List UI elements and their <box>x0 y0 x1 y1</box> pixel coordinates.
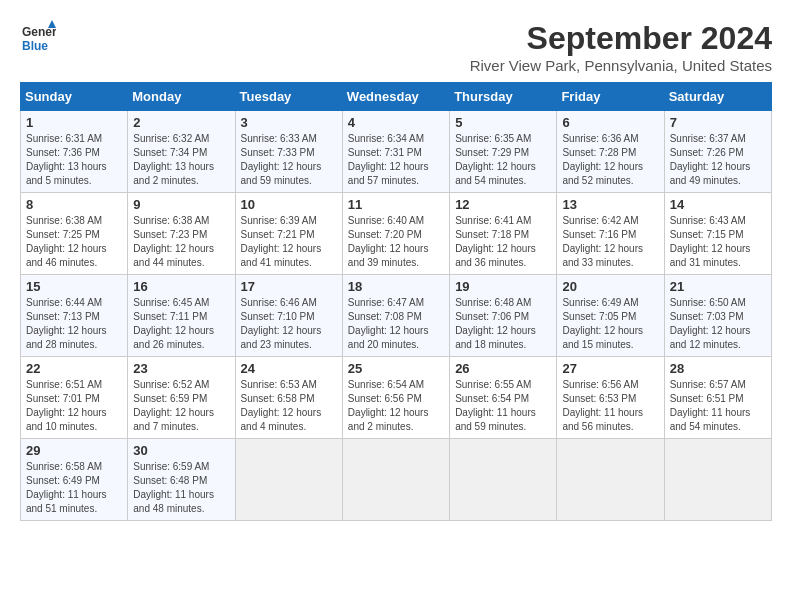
day-info: Sunrise: 6:33 AM Sunset: 7:33 PM Dayligh… <box>241 133 322 186</box>
day-number: 8 <box>26 197 122 212</box>
day-info: Sunrise: 6:37 AM Sunset: 7:26 PM Dayligh… <box>670 133 751 186</box>
day-info: Sunrise: 6:58 AM Sunset: 6:49 PM Dayligh… <box>26 461 107 514</box>
calendar-cell: 25 Sunrise: 6:54 AM Sunset: 6:56 PM Dayl… <box>342 357 449 439</box>
day-number: 7 <box>670 115 766 130</box>
day-number: 29 <box>26 443 122 458</box>
calendar-cell: 20 Sunrise: 6:49 AM Sunset: 7:05 PM Dayl… <box>557 275 664 357</box>
day-info: Sunrise: 6:50 AM Sunset: 7:03 PM Dayligh… <box>670 297 751 350</box>
day-info: Sunrise: 6:52 AM Sunset: 6:59 PM Dayligh… <box>133 379 214 432</box>
day-number: 20 <box>562 279 658 294</box>
day-info: Sunrise: 6:46 AM Sunset: 7:10 PM Dayligh… <box>241 297 322 350</box>
day-info: Sunrise: 6:55 AM Sunset: 6:54 PM Dayligh… <box>455 379 536 432</box>
day-number: 17 <box>241 279 337 294</box>
calendar-cell: 11 Sunrise: 6:40 AM Sunset: 7:20 PM Dayl… <box>342 193 449 275</box>
calendar-cell <box>235 439 342 521</box>
calendar-table: Sunday Monday Tuesday Wednesday Thursday… <box>20 82 772 521</box>
calendar-cell: 12 Sunrise: 6:41 AM Sunset: 7:18 PM Dayl… <box>450 193 557 275</box>
day-info: Sunrise: 6:56 AM Sunset: 6:53 PM Dayligh… <box>562 379 643 432</box>
calendar-cell: 29 Sunrise: 6:58 AM Sunset: 6:49 PM Dayl… <box>21 439 128 521</box>
calendar-cell: 8 Sunrise: 6:38 AM Sunset: 7:25 PM Dayli… <box>21 193 128 275</box>
calendar-cell: 22 Sunrise: 6:51 AM Sunset: 7:01 PM Dayl… <box>21 357 128 439</box>
calendar-subtitle: River View Park, Pennsylvania, United St… <box>470 57 772 74</box>
calendar-cell: 28 Sunrise: 6:57 AM Sunset: 6:51 PM Dayl… <box>664 357 771 439</box>
calendar-cell: 15 Sunrise: 6:44 AM Sunset: 7:13 PM Dayl… <box>21 275 128 357</box>
logo-icon: General Blue <box>20 20 56 56</box>
calendar-cell: 21 Sunrise: 6:50 AM Sunset: 7:03 PM Dayl… <box>664 275 771 357</box>
day-number: 2 <box>133 115 229 130</box>
day-number: 21 <box>670 279 766 294</box>
calendar-cell: 9 Sunrise: 6:38 AM Sunset: 7:23 PM Dayli… <box>128 193 235 275</box>
calendar-cell: 2 Sunrise: 6:32 AM Sunset: 7:34 PM Dayli… <box>128 111 235 193</box>
day-number: 6 <box>562 115 658 130</box>
day-info: Sunrise: 6:32 AM Sunset: 7:34 PM Dayligh… <box>133 133 214 186</box>
day-number: 11 <box>348 197 444 212</box>
day-number: 23 <box>133 361 229 376</box>
day-number: 5 <box>455 115 551 130</box>
day-number: 9 <box>133 197 229 212</box>
day-number: 28 <box>670 361 766 376</box>
calendar-cell <box>342 439 449 521</box>
header-wednesday: Wednesday <box>342 83 449 111</box>
day-info: Sunrise: 6:54 AM Sunset: 6:56 PM Dayligh… <box>348 379 429 432</box>
day-info: Sunrise: 6:45 AM Sunset: 7:11 PM Dayligh… <box>133 297 214 350</box>
calendar-cell: 4 Sunrise: 6:34 AM Sunset: 7:31 PM Dayli… <box>342 111 449 193</box>
day-info: Sunrise: 6:59 AM Sunset: 6:48 PM Dayligh… <box>133 461 214 514</box>
calendar-cell: 1 Sunrise: 6:31 AM Sunset: 7:36 PM Dayli… <box>21 111 128 193</box>
day-number: 14 <box>670 197 766 212</box>
calendar-cell: 30 Sunrise: 6:59 AM Sunset: 6:48 PM Dayl… <box>128 439 235 521</box>
calendar-cell <box>664 439 771 521</box>
calendar-cell: 5 Sunrise: 6:35 AM Sunset: 7:29 PM Dayli… <box>450 111 557 193</box>
day-info: Sunrise: 6:57 AM Sunset: 6:51 PM Dayligh… <box>670 379 751 432</box>
day-info: Sunrise: 6:38 AM Sunset: 7:25 PM Dayligh… <box>26 215 107 268</box>
day-number: 22 <box>26 361 122 376</box>
svg-marker-2 <box>48 20 56 28</box>
day-number: 12 <box>455 197 551 212</box>
day-info: Sunrise: 6:40 AM Sunset: 7:20 PM Dayligh… <box>348 215 429 268</box>
day-number: 19 <box>455 279 551 294</box>
title-area: September 2024 River View Park, Pennsylv… <box>470 20 772 74</box>
calendar-cell: 6 Sunrise: 6:36 AM Sunset: 7:28 PM Dayli… <box>557 111 664 193</box>
day-info: Sunrise: 6:51 AM Sunset: 7:01 PM Dayligh… <box>26 379 107 432</box>
day-number: 13 <box>562 197 658 212</box>
calendar-title: September 2024 <box>470 20 772 57</box>
calendar-cell: 3 Sunrise: 6:33 AM Sunset: 7:33 PM Dayli… <box>235 111 342 193</box>
day-number: 27 <box>562 361 658 376</box>
calendar-cell: 23 Sunrise: 6:52 AM Sunset: 6:59 PM Dayl… <box>128 357 235 439</box>
calendar-cell: 26 Sunrise: 6:55 AM Sunset: 6:54 PM Dayl… <box>450 357 557 439</box>
calendar-cell: 19 Sunrise: 6:48 AM Sunset: 7:06 PM Dayl… <box>450 275 557 357</box>
page-header: General Blue September 2024 River View P… <box>20 20 772 74</box>
weekday-header-row: Sunday Monday Tuesday Wednesday Thursday… <box>21 83 772 111</box>
day-info: Sunrise: 6:47 AM Sunset: 7:08 PM Dayligh… <box>348 297 429 350</box>
calendar-week-3: 15 Sunrise: 6:44 AM Sunset: 7:13 PM Dayl… <box>21 275 772 357</box>
calendar-cell: 16 Sunrise: 6:45 AM Sunset: 7:11 PM Dayl… <box>128 275 235 357</box>
day-info: Sunrise: 6:38 AM Sunset: 7:23 PM Dayligh… <box>133 215 214 268</box>
calendar-week-1: 1 Sunrise: 6:31 AM Sunset: 7:36 PM Dayli… <box>21 111 772 193</box>
day-info: Sunrise: 6:53 AM Sunset: 6:58 PM Dayligh… <box>241 379 322 432</box>
day-number: 1 <box>26 115 122 130</box>
day-info: Sunrise: 6:41 AM Sunset: 7:18 PM Dayligh… <box>455 215 536 268</box>
day-info: Sunrise: 6:35 AM Sunset: 7:29 PM Dayligh… <box>455 133 536 186</box>
day-info: Sunrise: 6:49 AM Sunset: 7:05 PM Dayligh… <box>562 297 643 350</box>
calendar-week-4: 22 Sunrise: 6:51 AM Sunset: 7:01 PM Dayl… <box>21 357 772 439</box>
day-info: Sunrise: 6:48 AM Sunset: 7:06 PM Dayligh… <box>455 297 536 350</box>
header-tuesday: Tuesday <box>235 83 342 111</box>
calendar-cell: 13 Sunrise: 6:42 AM Sunset: 7:16 PM Dayl… <box>557 193 664 275</box>
header-monday: Monday <box>128 83 235 111</box>
calendar-cell: 18 Sunrise: 6:47 AM Sunset: 7:08 PM Dayl… <box>342 275 449 357</box>
calendar-cell: 14 Sunrise: 6:43 AM Sunset: 7:15 PM Dayl… <box>664 193 771 275</box>
calendar-cell: 27 Sunrise: 6:56 AM Sunset: 6:53 PM Dayl… <box>557 357 664 439</box>
calendar-cell: 24 Sunrise: 6:53 AM Sunset: 6:58 PM Dayl… <box>235 357 342 439</box>
day-info: Sunrise: 6:42 AM Sunset: 7:16 PM Dayligh… <box>562 215 643 268</box>
day-number: 4 <box>348 115 444 130</box>
day-info: Sunrise: 6:39 AM Sunset: 7:21 PM Dayligh… <box>241 215 322 268</box>
day-number: 3 <box>241 115 337 130</box>
day-number: 16 <box>133 279 229 294</box>
calendar-week-2: 8 Sunrise: 6:38 AM Sunset: 7:25 PM Dayli… <box>21 193 772 275</box>
header-sunday: Sunday <box>21 83 128 111</box>
header-thursday: Thursday <box>450 83 557 111</box>
header-saturday: Saturday <box>664 83 771 111</box>
day-number: 25 <box>348 361 444 376</box>
header-friday: Friday <box>557 83 664 111</box>
calendar-cell: 7 Sunrise: 6:37 AM Sunset: 7:26 PM Dayli… <box>664 111 771 193</box>
day-number: 15 <box>26 279 122 294</box>
